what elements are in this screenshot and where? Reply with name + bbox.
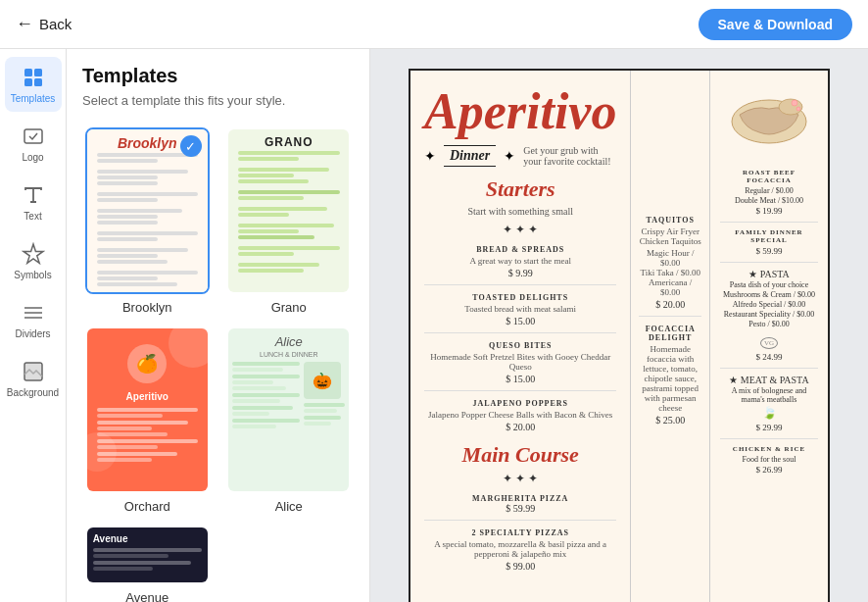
chicken-rice-price: $ 26.99 [720, 465, 818, 475]
menu-right-column: ROAST BEEF FOCACCIA Regular / $0.00 Doub… [710, 71, 828, 602]
sidebar-item-background[interactable]: Background [5, 351, 62, 406]
pasta-restaurant: Restaurant Speciality / $0.00 [720, 310, 818, 319]
vg-badge: VG [760, 337, 778, 349]
beef-illustration [720, 82, 818, 161]
template-alice[interactable]: Alice LUNCH & DINNER [224, 326, 355, 514]
template-avenue[interactable]: Avenue Avenue [82, 526, 213, 602]
svg-rect-1 [34, 69, 42, 76]
family-dinner-price: $ 59.99 [720, 246, 818, 256]
svg-rect-0 [24, 69, 32, 76]
templates-title: Templates [82, 65, 354, 87]
queso-bites-category: QUESO BITES [424, 341, 616, 350]
menu-left-column: Aperitivo ✦ Dinner ✦ Get your grub with … [410, 71, 631, 602]
queso-bites-desc: Homemade Soft Pretzel Bites with Gooey C… [424, 352, 616, 372]
main-content: Templates Logo Text [0, 49, 868, 602]
templates-panel: Templates Select a template this fits yo… [67, 49, 370, 602]
taquitos-desc: Crispy Air Fryer Chicken Taquitos [639, 226, 701, 246]
leaf-icon: 🍃 [720, 406, 818, 421]
specialty-pizzas-category: 2 SPECIALTY PIZZAS [424, 528, 616, 537]
templates-subtitle: Select a template this fits your style. [82, 93, 354, 108]
template-brooklyn[interactable]: Brooklyn [82, 127, 213, 315]
pasta-price: $ 24.99 [720, 352, 818, 362]
templates-header: Templates Select a template this fits yo… [67, 49, 369, 116]
text-icon [21, 182, 46, 208]
roast-beef-price: $ 19.99 [720, 206, 818, 216]
margherita-price: $ 59.99 [424, 503, 616, 514]
margherita-category: MARGHERITA PIZZA [424, 494, 616, 503]
template-avenue-name: Avenue [125, 590, 169, 602]
sidebar-item-dividers[interactable]: Dividers [5, 292, 62, 347]
template-orchard-name: Orchard [124, 499, 170, 514]
template-orchard[interactable]: 🍊 Aperitivo [82, 326, 213, 514]
specialty-pizzas-desc: A special tomato, mozzarella & basil piz… [424, 539, 616, 559]
template-avenue-thumb[interactable]: Avenue [85, 526, 210, 584]
topbar: ← Back Save & Download [0, 0, 868, 49]
sidebar-item-symbols[interactable]: Symbols [5, 233, 62, 288]
sidebar-item-logo[interactable]: Logo [5, 116, 62, 171]
template-brooklyn-name: Brooklyn [122, 300, 172, 315]
queso-bites-price: $ 15.00 [424, 374, 616, 384]
template-grano[interactable]: GRANO [224, 127, 355, 315]
template-grano-thumb[interactable]: GRANO [226, 127, 351, 294]
sidebar-item-background-label: Background [7, 387, 59, 398]
logo-icon [21, 124, 46, 149]
dinner-label: Dinner [444, 145, 496, 167]
starters-title: Starters [424, 176, 616, 202]
back-arrow-icon: ← [16, 14, 33, 34]
dividers-icon [21, 300, 46, 326]
pasta-pesto: Pesto / $0.00 [720, 320, 818, 328]
template-avenue-title: Avenue [93, 533, 128, 544]
starters-subtitle: Start with something small [424, 206, 616, 217]
preview-area: Aperitivo ✦ Dinner ✦ Get your grub with … [370, 49, 868, 602]
dinner-desc: Get your grub with your favorite cocktai… [523, 145, 616, 167]
template-alice-thumb[interactable]: Alice LUNCH & DINNER [226, 326, 351, 493]
roast-beef-double: Double Meat / $10.00 [720, 196, 818, 205]
main-course-dots: ✦ ✦ ✦ [424, 472, 616, 486]
template-alice-name: Alice [275, 499, 303, 514]
family-dinner-category: FAMILY DINNER SPECIAL [720, 228, 818, 244]
sidebar-item-text[interactable]: Text [5, 175, 62, 229]
back-button[interactable]: ← Back [16, 14, 72, 34]
roast-beef-regular: Regular / $0.00 [720, 186, 818, 195]
templates-icon [21, 65, 46, 90]
templates-grid: Brooklyn [67, 116, 369, 602]
bread-spreads-price: $ 9.99 [424, 268, 616, 278]
svg-rect-3 [34, 78, 42, 86]
focaccia-delight-category: FOCACCIA DELIGHT [639, 325, 701, 342]
symbols-icon [21, 241, 46, 267]
pasta-desc: Pasta dish of your choice [720, 280, 818, 289]
sidebar-item-symbols-label: Symbols [14, 270, 51, 280]
meat-pasta-desc: A mix of bolognese and mama's meatballs [720, 386, 818, 404]
template-orchard-thumb[interactable]: 🍊 Aperitivo [85, 326, 210, 493]
bread-spreads-desc: A great way to start the meal [424, 256, 616, 266]
sidebar-item-logo-label: Logo [22, 152, 43, 163]
back-label: Back [39, 16, 72, 32]
save-download-button[interactable]: Save & Download [699, 9, 852, 40]
bread-spreads-category: BREAD & SPREADS [424, 245, 616, 254]
chicken-rice-desc: Food for the soul [720, 455, 818, 464]
background-icon [21, 359, 46, 384]
pasta-mushrooms: Mushrooms & Cream / $0.00 [720, 290, 818, 299]
template-grano-name: Grano [271, 300, 307, 315]
jalapeno-poppers-price: $ 20.00 [424, 422, 616, 432]
sidebar-item-text-label: Text [24, 211, 41, 222]
toasted-delights-category: TOASTED DELIGHTS [424, 293, 616, 302]
taquitos-items: Magic Hour / $0.00Tiki Taka / $0.00Ameri… [639, 248, 701, 297]
jalapeno-poppers-category: JALAPENO POPPERS [424, 399, 616, 408]
specialty-pizzas-price: $ 99.00 [424, 561, 616, 572]
starters-dots: ✦ ✦ ✦ [424, 223, 616, 237]
toasted-delights-price: $ 15.00 [424, 316, 616, 326]
restaurant-name: Aperitivo [424, 86, 616, 137]
roast-beef-category: ROAST BEEF FOCACCIA [720, 169, 818, 184]
toasted-delights-desc: Toasted bread with meat salami [424, 304, 616, 314]
template-brooklyn-thumb[interactable]: Brooklyn [85, 127, 210, 294]
pasta-star-icon: ★ PASTA [720, 269, 818, 279]
dinner-bar: ✦ Dinner ✦ Get your grub with your favor… [424, 145, 616, 167]
sidebar-item-templates[interactable]: Templates [5, 57, 62, 112]
sidebar-item-dividers-label: Dividers [15, 328, 50, 339]
focaccia-delight-desc: Homemade focaccia with lettuce, tomato, … [639, 344, 701, 413]
svg-point-11 [792, 100, 797, 106]
taquitos-category: TAQUITOS [639, 216, 701, 225]
svg-rect-4 [24, 129, 42, 143]
sidebar: Templates Logo Text [0, 49, 67, 602]
